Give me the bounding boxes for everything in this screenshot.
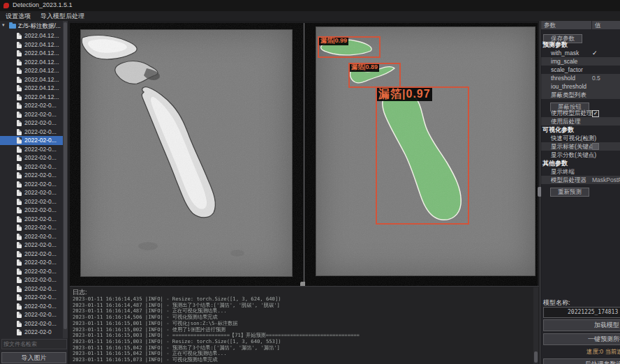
load-model-button[interactable]: 加载模型: [543, 319, 620, 331]
re-predict-button[interactable]: 重新预测: [550, 188, 589, 197]
tree-item[interactable]: 2022-02-0...: [0, 206, 63, 215]
original-image-viewer[interactable]: [70, 23, 303, 286]
file-tree-panel: ▾ Z:/5-标注数据/... 2022.04.12...2022.04.12.…: [0, 21, 68, 364]
param-row[interactable]: 使用后处理: [541, 117, 620, 126]
param-row[interactable]: 显示分数(关键点): [541, 151, 620, 159]
tree-item[interactable]: 2022-02-0...: [0, 110, 63, 119]
tree-item-label: 2022-02-0...: [24, 189, 57, 196]
model-name-field[interactable]: 20221225_174813: [543, 307, 620, 318]
param-row[interactable]: scale_factor: [541, 66, 620, 74]
tree-item[interactable]: 2022-02-0...: [0, 293, 63, 302]
tree-item-label: 2022-02-0...: [24, 154, 57, 161]
file-icon: [17, 216, 22, 222]
file-icon: [17, 286, 22, 292]
file-icon: [17, 137, 22, 144]
tree-item-label: 2022.04.12...: [24, 50, 59, 56]
tree-item[interactable]: 2022-02-0...: [0, 162, 63, 172]
param-label: 使用模型后处理: [551, 109, 593, 117]
file-icon: [17, 190, 22, 196]
tree-root-folder[interactable]: ▾ Z:/5-标注数据/...: [0, 22, 68, 31]
file-icon: [17, 303, 22, 310]
postprocess-params-button[interactable]: 后处理参数设置: [543, 358, 620, 364]
tree-item-label: 2022-02-0...: [24, 285, 57, 292]
param-row[interactable]: with_mask✓: [541, 49, 620, 57]
tree-item[interactable]: 2022-02-0...: [0, 241, 63, 250]
param-label: 屏蔽类型列表: [551, 91, 586, 99]
tree-item[interactable]: 2022-02-0...: [0, 223, 63, 232]
tree-item-label: 2022.04.12...: [24, 84, 59, 91]
folder-icon: [9, 24, 16, 29]
tree-item[interactable]: 2022-02-0...: [0, 319, 63, 328]
tree-item[interactable]: 2022-02-0...: [0, 232, 63, 241]
tree-item-label: 2022.04.12...: [24, 59, 59, 66]
tree-item[interactable]: 2022-02-0...: [0, 275, 63, 285]
param-row[interactable]: 显示标签(关键点): [541, 142, 620, 151]
detection-label-2: 漏箔|0.89: [350, 64, 379, 72]
param-value: ✓: [592, 49, 598, 57]
param-row[interactable]: 使用模型后处理✓: [541, 109, 620, 117]
filename-search-input[interactable]: [1, 339, 67, 349]
tree-item[interactable]: 2022-02-0...: [0, 145, 63, 154]
import-images-button[interactable]: 导入图片: [1, 352, 66, 363]
tree-item[interactable]: 2022.04.12...: [0, 93, 63, 102]
tree-item[interactable]: 2022-02-0...: [0, 215, 63, 224]
menu-settings[interactable]: 设置选项: [6, 12, 31, 21]
tree-item[interactable]: 2022.04.12...: [0, 49, 63, 58]
tree-item[interactable]: 2022.04.12...: [0, 31, 63, 40]
param-row[interactable]: 模型后处理器MaskPostPro: [541, 176, 620, 184]
tree-item[interactable]: 2022-02-0...: [0, 153, 63, 162]
tree-item-label: 2022.04.12...: [24, 41, 59, 48]
tree-item[interactable]: 2022-02-0...: [0, 285, 63, 294]
tree-item-label: 2022-02-0...: [24, 198, 57, 205]
param-label: 使用后处理: [551, 117, 581, 126]
tree-item[interactable]: 2022-02-0...: [0, 197, 63, 206]
tree-item[interactable]: 2022.04.12...: [0, 40, 63, 50]
param-row[interactable]: 快速可视化(检测): [541, 134, 620, 142]
tree-item[interactable]: 2022-02-0...: [0, 267, 63, 276]
param-row[interactable]: threshold0.5: [541, 74, 620, 82]
tree-item[interactable]: 2022-02-0...: [0, 180, 63, 189]
file-icon: [17, 103, 22, 109]
file-icon: [17, 85, 22, 91]
file-icon: [17, 321, 22, 327]
param-row[interactable]: 屏蔽类型列表: [541, 91, 620, 99]
detection-label-3: 漏箔|0.97: [377, 88, 432, 101]
menu-import-model-postprocess[interactable]: 导入模型后处理: [40, 12, 84, 21]
detection-label-1: 漏箔|0.99: [319, 38, 348, 45]
tree-item[interactable]: 2022-02-0...: [0, 136, 63, 145]
tree-scrollbar[interactable]: [63, 21, 68, 338]
param-row[interactable]: 显示终端: [541, 167, 620, 176]
predict-all-button[interactable]: 一键预测所有: [543, 333, 620, 345]
tree-item-label: 2022-02-0...: [24, 268, 57, 275]
tree-item[interactable]: 2022-02-0...: [0, 101, 63, 110]
checkbox-checked[interactable]: ✓: [592, 110, 599, 117]
log-scrollbar[interactable]: [533, 287, 538, 364]
tree-item[interactable]: 2022-02-0...: [0, 258, 63, 267]
tree-item[interactable]: 2022-02-0...: [0, 171, 63, 180]
file-icon: [17, 251, 22, 257]
tree-item[interactable]: 2022-02-0: [0, 328, 63, 337]
param-row[interactable]: img_scale: [541, 57, 620, 66]
tree-item[interactable]: 2022-02-0...: [0, 310, 63, 319]
tree-item[interactable]: 2022-02-0...: [0, 119, 63, 128]
param-value: ✓: [592, 109, 599, 117]
checkbox-empty[interactable]: [592, 143, 599, 150]
param-row[interactable]: iou_threshold: [541, 82, 620, 91]
tree-item[interactable]: 2022-02-0...: [0, 302, 63, 311]
original-image[interactable]: [80, 29, 293, 277]
tree-item[interactable]: 2022-02-0...: [0, 128, 63, 137]
params-header-value: 值: [592, 21, 620, 29]
app-window: Detection_2023.1.5.1 设置选项 导入模型后处理 ▾ Z:/5…: [0, 0, 620, 364]
tree-item-label: 2022.04.12...: [24, 67, 59, 74]
tree-item[interactable]: 2022.04.12...: [0, 84, 63, 93]
tree-item[interactable]: 2022-02-0...: [0, 188, 63, 197]
params-table: 预测参数with_mask✓img_scalescale_factorthres…: [541, 40, 620, 194]
prediction-image-viewer[interactable]: 漏箔|0.99 漏箔|0.89 漏箔|0.97: [305, 23, 538, 286]
detection-box-3: [376, 86, 469, 225]
file-icon: [17, 50, 22, 56]
tree-item[interactable]: 2022-02-0...: [0, 250, 63, 259]
tree-item[interactable]: 2022.04.12...: [0, 58, 63, 67]
tree-item[interactable]: 2022.04.12...: [0, 66, 63, 75]
tree-item[interactable]: 2022.04.12...: [0, 75, 63, 84]
chevron-down-icon[interactable]: ▾: [2, 22, 5, 28]
